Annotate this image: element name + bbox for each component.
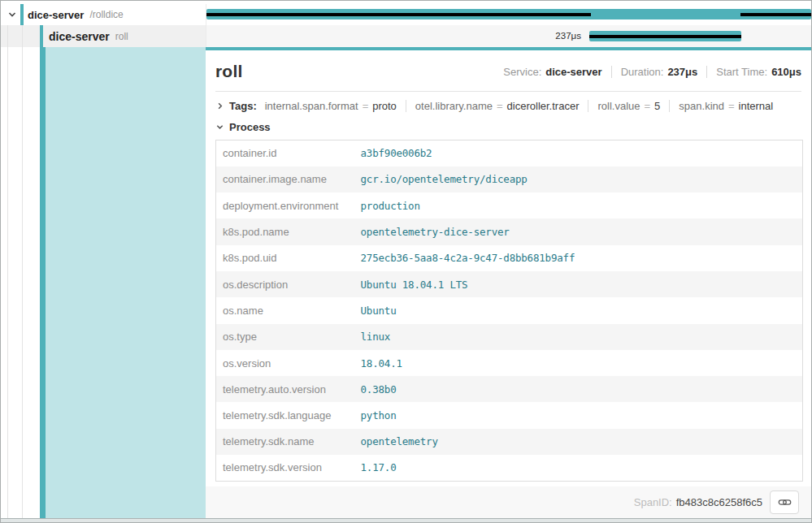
table-row: os.nameUbuntu	[216, 297, 803, 323]
process-key-value-table: container.ida3bf90e006b2 container.image…	[215, 140, 803, 482]
detail-tint-block	[46, 47, 206, 518]
table-row: os.version18.04.1	[216, 350, 803, 376]
tag-key: internal.span.format	[265, 100, 358, 112]
table-row: deployment.environmentproduction	[216, 192, 803, 218]
span-self-time-segment	[740, 13, 811, 16]
detail-left-rail	[1, 47, 206, 518]
table-row: container.ida3bf90e006b2	[216, 140, 803, 166]
tag-separator	[588, 100, 588, 112]
tag-value: diceroller.tracer	[507, 100, 580, 112]
table-row: telemetry.sdk.nameopentelemetry	[216, 429, 803, 455]
process-value: 1.17.0	[361, 455, 803, 481]
meta-separator	[611, 66, 612, 78]
span-bar-cell[interactable]: 237μs	[206, 25, 811, 47]
span-detail-row: roll Service: dice-server Duration: 237μ…	[1, 47, 811, 518]
equals-sign: =	[728, 100, 735, 112]
table-row: k8s.pod.uid275ecb36-5aa8-4c2a-9c47-d8bb6…	[216, 245, 803, 271]
process-value: 18.04.1	[361, 350, 803, 376]
table-row: telemetry.sdk.languagepython	[216, 402, 803, 428]
process-key: os.version	[216, 350, 361, 376]
service-value: dice-server	[545, 66, 601, 78]
service-color-bar	[20, 4, 24, 25]
service-color-bar	[40, 25, 43, 47]
detail-header: roll Service: dice-server Duration: 237μ…	[206, 50, 811, 91]
tag-key: otel.library.name	[415, 100, 493, 112]
span-row-rolldice[interactable]: dice-server /rolldice	[1, 1, 811, 25]
indent-guide	[7, 47, 8, 518]
service-label: Service:	[503, 66, 541, 78]
process-value: gcr.io/opentelemetry/diceapp	[361, 166, 803, 192]
span-row-roll[interactable]: dice-server roll 237μs	[1, 25, 811, 47]
chevron-down-icon	[7, 10, 17, 19]
span-meta: Service: dice-server Duration: 237μs Sta…	[503, 66, 801, 78]
process-key: telemetry.auto.version	[216, 376, 361, 402]
duration-label: Duration:	[621, 66, 664, 78]
link-icon	[778, 495, 792, 509]
process-key: os.description	[216, 271, 361, 297]
process-value: 275ecb36-5aa8-4c2a-9c47-d8bb681b9aff	[361, 245, 803, 271]
tags-section-label: Tags:	[229, 100, 257, 112]
service-name: dice-server	[49, 30, 110, 43]
process-value: opentelemetry-dice-server	[361, 218, 803, 244]
indent-guide	[7, 25, 8, 47]
equals-sign: =	[497, 100, 503, 112]
span-timeline-area: dice-server /rolldice dice-server roll 2…	[1, 1, 811, 47]
process-section-toggle[interactable]: Process	[206, 119, 811, 140]
process-key: container.id	[216, 140, 361, 166]
tag-value: proto	[372, 100, 397, 112]
process-key: os.type	[216, 324, 361, 350]
process-key: telemetry.sdk.version	[216, 455, 361, 481]
span-name-cell: dice-server /rolldice	[1, 4, 206, 25]
duration-value: 237μs	[667, 66, 697, 78]
table-row: os.descriptionUbuntu 18.04.1 LTS	[216, 271, 803, 297]
process-section-label: Process	[229, 121, 271, 133]
process-key: telemetry.sdk.language	[216, 402, 361, 428]
equals-sign: =	[363, 100, 369, 112]
tag-key: span.kind	[679, 100, 724, 112]
indent-guide	[22, 25, 23, 47]
detail-footer: SpanID: fb483c8c6258f6c5	[206, 486, 811, 518]
equals-sign: =	[645, 100, 651, 112]
process-key: k8s.pod.name	[216, 218, 361, 244]
table-row: container.image.namegcr.io/opentelemetry…	[216, 166, 803, 192]
collapse-children-button[interactable]	[7, 10, 17, 19]
span-self-time-segment	[206, 13, 591, 16]
tag-key: roll.value	[597, 100, 640, 112]
chevron-down-icon	[215, 123, 224, 132]
span-operation-title: roll	[215, 62, 242, 81]
chevron-right-icon	[215, 102, 224, 110]
span-id-value: fb483c8c6258f6c5	[676, 496, 762, 508]
tags-summary: internal.span.format = proto otel.librar…	[265, 100, 774, 112]
detail-accent-strip	[40, 47, 46, 518]
start-time-value: 610μs	[771, 66, 801, 78]
table-row: telemetry.auto.version0.38b0	[216, 376, 803, 402]
process-value: production	[361, 192, 803, 218]
operation-name: /rolldice	[89, 9, 123, 20]
span-bar[interactable]	[206, 9, 811, 19]
span-id-label: SpanID:	[634, 496, 672, 508]
jaeger-trace-detail-view: dice-server /rolldice dice-server roll 2…	[0, 0, 812, 523]
table-row: os.typelinux	[216, 324, 803, 350]
bottom-scroll-strip[interactable]	[1, 518, 811, 523]
process-value: linux	[361, 324, 803, 350]
process-key: telemetry.sdk.name	[216, 429, 361, 455]
span-bar[interactable]	[589, 31, 741, 41]
operation-name: roll	[115, 31, 128, 42]
start-time-label: Start Time:	[716, 66, 767, 78]
process-value: a3bf90e006b2	[361, 140, 803, 166]
table-row: k8s.pod.nameopentelemetry-dice-server	[216, 218, 803, 244]
tags-section-toggle[interactable]: Tags: internal.span.format = proto otel.…	[206, 92, 811, 119]
process-value: opentelemetry	[361, 429, 803, 455]
span-duration-label: 237μs	[206, 31, 589, 41]
process-key: container.image.name	[216, 166, 361, 192]
tag-separator	[406, 100, 406, 112]
span-bar-cell[interactable]	[206, 4, 811, 25]
tag-separator	[669, 100, 670, 112]
meta-separator	[706, 66, 707, 78]
process-value: Ubuntu 18.04.1 LTS	[361, 271, 803, 297]
copy-span-link-button[interactable]	[770, 491, 799, 514]
tag-value: 5	[654, 100, 660, 112]
service-name: dice-server	[28, 9, 84, 21]
process-key: deployment.environment	[216, 192, 361, 218]
span-self-time-segment	[589, 35, 741, 38]
